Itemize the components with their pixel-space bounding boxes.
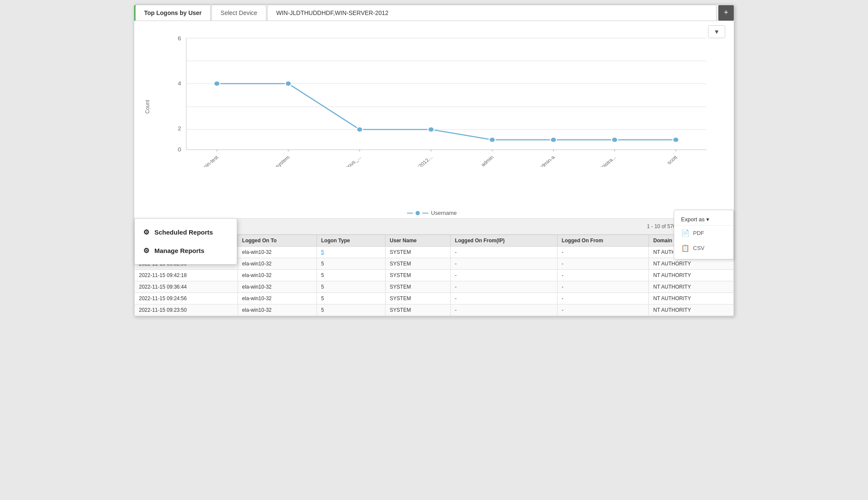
export-header[interactable]: Export as ▾ xyxy=(674,214,733,226)
scheduled-reports-icon: ⚙ xyxy=(143,228,149,236)
line-chart: 6 4 2 0 admin- xyxy=(156,30,717,167)
manage-reports-label: Manage Reports xyxy=(154,247,205,254)
chart-legend: Username xyxy=(139,210,725,216)
svg-point-10 xyxy=(214,81,220,86)
cell-logged-on-to: ela-win10-32 xyxy=(238,281,316,293)
tab-device-value[interactable]: WIN-JLDTHUDDHDF,WIN-SERVER-2012 xyxy=(267,5,717,21)
pdf-label: PDF xyxy=(693,230,704,236)
add-tab-button[interactable]: + xyxy=(718,5,734,21)
svg-text:el-win2012...: el-win2012... xyxy=(407,154,434,167)
tab-top-logons[interactable]: Top Logons by User xyxy=(134,5,211,21)
cell-logged-on-from-ip: - xyxy=(450,281,557,293)
cell-user-name: SYSTEM xyxy=(385,293,450,304)
svg-point-16 xyxy=(612,137,618,142)
table-row: 2022-11-15 09:24:56 ela-win10-32 5 SYSTE… xyxy=(135,293,734,304)
y-axis-label: Count xyxy=(145,100,151,114)
cell-logon-type[interactable]: 5 xyxy=(316,247,385,258)
table-row: 2022-11-15 09:42:18 ela-win10-32 5 SYSTE… xyxy=(135,270,734,281)
cell-logged-on-from: - xyxy=(557,304,649,316)
svg-point-13 xyxy=(428,127,434,132)
export-pdf-item[interactable]: 📄 PDF xyxy=(674,226,733,241)
device-value-label: WIN-JLDTHUDDHDF,WIN-SERVER-2012 xyxy=(276,9,389,16)
svg-text:anonymous_...: anonymous_... xyxy=(332,154,362,167)
col-logged-on-to-label: Logged On To xyxy=(242,238,277,244)
svg-text:6: 6 xyxy=(178,36,181,42)
tab-bar: Top Logons by User Select Device WIN-JLD… xyxy=(134,5,734,21)
manage-reports-item[interactable]: ⚙ Manage Reports xyxy=(135,241,237,260)
cell-domain: NT AUTHORITY xyxy=(649,270,734,281)
svg-text:admin-a: admin-a xyxy=(537,154,556,167)
cell-logon-type: 5 xyxy=(316,304,385,316)
cell-time: 2022-11-15 09:42:18 xyxy=(135,270,238,281)
col-logged-on-from-ip: Logged On From(IP) xyxy=(450,235,557,247)
cell-domain: NT AUTHORITY xyxy=(649,304,734,316)
side-menu: ⚙ Scheduled Reports ⚙ Manage Reports xyxy=(134,218,237,265)
svg-text:2: 2 xyxy=(178,126,181,132)
col-user-name: User Name xyxy=(385,235,450,247)
svg-text:admin-test: admin-test xyxy=(196,154,220,167)
cell-logged-on-from-ip: - xyxy=(450,258,557,270)
svg-point-15 xyxy=(550,137,556,142)
export-header-label: Export as ▾ xyxy=(681,216,709,223)
chart-area: ▼ Count 6 4 2 0 xyxy=(134,21,734,218)
cell-user-name: SYSTEM xyxy=(385,304,450,316)
col-logon-type-label: Logon Type xyxy=(321,238,350,244)
svg-text:scott: scott xyxy=(666,154,679,166)
cell-user-name: SYSTEM xyxy=(385,258,450,270)
col-logged-on-to: Logged On To xyxy=(238,235,316,247)
table-row: 2022-11-15 09:23:50 ela-win10-32 5 SYSTE… xyxy=(135,304,734,316)
cell-user-name: SYSTEM xyxy=(385,281,450,293)
tab-select-device[interactable]: Select Device xyxy=(211,5,266,21)
logon-type-link[interactable]: 5 xyxy=(321,249,324,255)
cell-logged-on-from: - xyxy=(557,281,649,293)
csv-icon: 📋 xyxy=(681,244,690,252)
cell-logged-on-to: ela-win10-32 xyxy=(238,270,316,281)
select-device-label: Select Device xyxy=(220,9,257,16)
svg-point-17 xyxy=(673,137,679,142)
cell-logged-on-to: ela-win10-32 xyxy=(238,247,316,258)
export-csv-item[interactable]: 📋 CSV xyxy=(674,241,733,256)
scheduled-reports-item[interactable]: ⚙ Scheduled Reports xyxy=(135,223,237,241)
table-row: 2022-11-15 09:36:44 ela-win10-32 5 SYSTE… xyxy=(135,281,734,293)
cell-domain: NT AUTHORITY xyxy=(649,258,734,270)
col-logged-on-from-label: Logged On From xyxy=(562,238,603,244)
cell-time: 2022-11-15 09:23:50 xyxy=(135,304,238,316)
cell-user-name: SYSTEM xyxy=(385,270,450,281)
tab-active-label: Top Logons by User xyxy=(144,9,202,16)
cell-domain: NT AUTHORITY xyxy=(649,281,734,293)
svg-text:4: 4 xyxy=(178,81,181,87)
svg-point-11 xyxy=(285,81,291,86)
svg-point-14 xyxy=(489,137,495,142)
svg-text:system: system xyxy=(274,154,291,167)
cell-logon-type: 5 xyxy=(316,293,385,304)
col-logged-on-from: Logged On From xyxy=(557,235,649,247)
cell-logged-on-from: - xyxy=(557,258,649,270)
cell-time: 2022-11-15 09:36:44 xyxy=(135,281,238,293)
cell-logged-on-from: - xyxy=(557,270,649,281)
cell-logged-on-from-ip: - xyxy=(450,247,557,258)
main-container: Top Logons by User Select Device WIN-JLD… xyxy=(134,4,734,316)
cell-logon-type: 5 xyxy=(316,258,385,270)
cell-logon-type: 5 xyxy=(316,270,385,281)
cell-logged-on-from-ip: - xyxy=(450,293,557,304)
cell-logged-on-to: ela-win10-32 xyxy=(238,293,316,304)
cell-user-name: SYSTEM xyxy=(385,247,450,258)
legend-label: Username xyxy=(431,210,457,216)
manage-reports-icon: ⚙ xyxy=(143,247,149,255)
svg-text:0: 0 xyxy=(178,147,181,153)
col-logged-on-from-ip-label: Logged On From(IP) xyxy=(455,238,505,244)
cell-logon-type: 5 xyxy=(316,281,385,293)
cell-logged-on-to: ela-win10-32 xyxy=(238,304,316,316)
cell-logged-on-from-ip: - xyxy=(450,304,557,316)
cell-domain: NT AUTHORITY xyxy=(649,293,734,304)
chart-wrapper: Count 6 4 2 0 xyxy=(139,30,725,210)
cell-time: 2022-11-15 09:24:56 xyxy=(135,293,238,304)
cell-logged-on-from: - xyxy=(557,293,649,304)
col-domain-label: Domain xyxy=(653,238,672,244)
svg-text:admin: admin xyxy=(479,154,495,167)
export-dropdown: Export as ▾ 📄 PDF 📋 CSV xyxy=(674,210,734,259)
col-user-name-label: User Name xyxy=(390,238,417,244)
cell-logged-on-from-ip: - xyxy=(450,270,557,281)
cell-logged-on-to: ela-win10-32 xyxy=(238,258,316,270)
csv-label: CSV xyxy=(693,245,705,251)
